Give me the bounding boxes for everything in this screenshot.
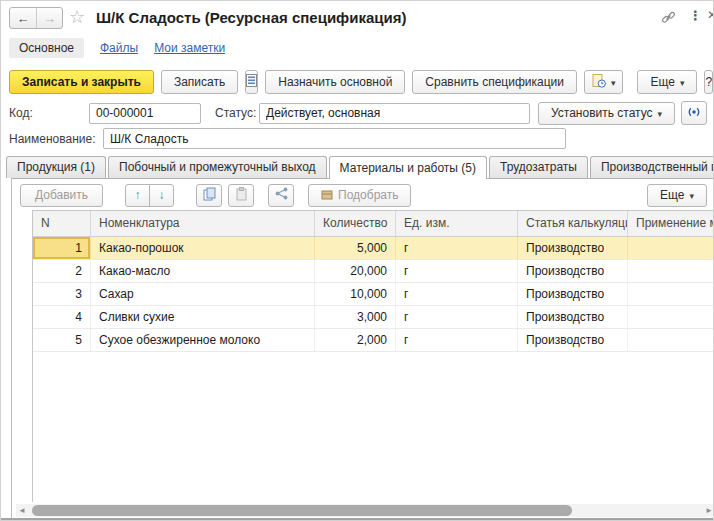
back-icon[interactable]: ← bbox=[10, 8, 36, 28]
grid-more-label: Еще bbox=[660, 188, 684, 202]
cell-unit[interactable]: г bbox=[396, 283, 518, 305]
move-buttons-group: ↑ ↓ bbox=[125, 184, 174, 207]
cell-nomenclature[interactable]: Сухое обезжиренное молоко bbox=[91, 329, 315, 351]
cell-cost-item[interactable]: Производство bbox=[518, 283, 628, 305]
cell-quantity[interactable]: 2,000 bbox=[315, 329, 396, 351]
table-row[interactable]: 4 Сливки сухие 3,000 г Производство bbox=[33, 306, 714, 329]
cell-application[interactable] bbox=[628, 306, 714, 328]
column-header-n[interactable]: N bbox=[33, 211, 91, 236]
grid-toolbar: Добавить ↑ ↓ bbox=[20, 183, 707, 207]
cell-unit[interactable]: г bbox=[396, 237, 518, 259]
pick-box-icon bbox=[321, 188, 333, 203]
link-icon[interactable] bbox=[661, 10, 676, 28]
status-broadcast-button[interactable] bbox=[681, 101, 707, 125]
cell-cost-item[interactable]: Производство bbox=[518, 329, 628, 351]
cell-quantity[interactable]: 3,000 bbox=[315, 306, 396, 328]
dropdown-caret-icon bbox=[611, 75, 616, 89]
page-title: Ш/К Сладость (Ресурсная спецификация) bbox=[96, 9, 407, 26]
window-bottom-edge bbox=[1, 518, 713, 520]
report-icon bbox=[246, 74, 257, 90]
favorites-star-icon[interactable]: ☆ bbox=[69, 7, 85, 27]
nav-item-files[interactable]: Файлы bbox=[100, 41, 138, 55]
cell-nomenclature[interactable]: Сливки сухие bbox=[91, 306, 315, 328]
copy-button[interactable] bbox=[196, 184, 222, 207]
cell-cost-item[interactable]: Производство bbox=[518, 260, 628, 282]
cell-n[interactable]: 2 bbox=[33, 260, 91, 282]
cell-n[interactable]: 1 bbox=[33, 237, 91, 259]
nav-item-notes[interactable]: Мои заметки bbox=[154, 41, 225, 55]
cell-unit[interactable]: г bbox=[396, 329, 518, 351]
name-field[interactable] bbox=[103, 128, 566, 149]
table-row[interactable]: 5 Сухое обезжиренное молоко 2,000 г Прои… bbox=[33, 329, 714, 352]
scrollbar-thumb[interactable] bbox=[32, 505, 572, 516]
cell-application[interactable] bbox=[628, 260, 714, 282]
status-field[interactable] bbox=[259, 103, 530, 124]
table-header-row: N Номенклатура Количество Ед. изм. Стать… bbox=[33, 211, 714, 237]
horizontal-scrollbar[interactable]: ◄ ► bbox=[16, 504, 714, 517]
cell-nomenclature[interactable]: Сахар bbox=[91, 283, 315, 305]
tab-process[interactable]: Производственный процесс bbox=[590, 156, 714, 178]
pick-button[interactable]: Подобрать bbox=[308, 184, 411, 207]
materials-panel: Добавить ↑ ↓ bbox=[11, 178, 714, 519]
paste-button[interactable] bbox=[228, 184, 254, 207]
cell-unit[interactable]: г bbox=[396, 260, 518, 282]
cell-application[interactable] bbox=[628, 283, 714, 305]
table-row[interactable]: 1 Какао-порошок 5,000 г Производство bbox=[33, 237, 714, 260]
column-header-nomenclature[interactable]: Номенклатура bbox=[91, 211, 315, 236]
dropdown-caret-icon bbox=[680, 75, 685, 89]
scroll-left-icon[interactable]: ◄ bbox=[16, 504, 28, 517]
tab-labor[interactable]: Трудозатраты bbox=[489, 156, 588, 178]
column-header-application[interactable]: Применение мат bbox=[628, 211, 714, 236]
cell-unit[interactable]: г bbox=[396, 306, 518, 328]
cell-nomenclature[interactable]: Какао-порошок bbox=[91, 237, 315, 259]
column-header-quantity[interactable]: Количество bbox=[315, 211, 396, 236]
cell-quantity[interactable]: 10,000 bbox=[315, 283, 396, 305]
scroll-right-icon[interactable]: ► bbox=[703, 504, 714, 517]
share-button[interactable] bbox=[268, 184, 294, 207]
cell-quantity[interactable]: 5,000 bbox=[315, 237, 396, 259]
tab-production[interactable]: Продукция (1) bbox=[6, 156, 106, 178]
cell-n[interactable]: 4 bbox=[33, 306, 91, 328]
cell-n[interactable]: 3 bbox=[33, 283, 91, 305]
more-button-label: Еще bbox=[650, 75, 674, 89]
forward-icon[interactable]: → bbox=[36, 8, 62, 28]
cell-cost-item[interactable]: Производство bbox=[518, 237, 628, 259]
copy-icon bbox=[203, 187, 216, 204]
move-up-button[interactable]: ↑ bbox=[125, 184, 150, 207]
assign-primary-button[interactable]: Назначить основной bbox=[265, 70, 405, 94]
column-header-unit[interactable]: Ед. изм. bbox=[396, 211, 518, 236]
move-down-button[interactable]: ↓ bbox=[149, 184, 174, 207]
code-status-row: Код: Статус: Установить статус bbox=[9, 101, 714, 125]
cell-quantity[interactable]: 20,000 bbox=[315, 260, 396, 282]
cell-application[interactable] bbox=[628, 329, 714, 351]
create-based-on-button[interactable] bbox=[584, 70, 624, 94]
table-row[interactable]: 3 Сахар 10,000 г Производство bbox=[33, 283, 714, 306]
tab-materials[interactable]: Материалы и работы (5) bbox=[329, 156, 487, 179]
kebab-menu-icon[interactable]: ⋮ bbox=[689, 8, 702, 23]
add-row-button[interactable]: Добавить bbox=[20, 184, 103, 207]
dropdown-caret-icon bbox=[658, 106, 663, 120]
nav-item-main[interactable]: Основное bbox=[9, 38, 84, 58]
tab-byproducts[interactable]: Побочный и промежуточный выход bbox=[108, 156, 327, 178]
save-button[interactable]: Записать bbox=[161, 70, 238, 94]
cell-nomenclature[interactable]: Какао-масло bbox=[91, 260, 315, 282]
status-label: Статус: bbox=[215, 106, 259, 120]
save-and-close-button[interactable]: Записать и закрыть bbox=[9, 70, 154, 94]
main-toolbar: Записать и закрыть Записать Назначить ос… bbox=[9, 70, 707, 94]
grid-more-button[interactable]: Еще bbox=[647, 184, 707, 207]
nav-links-row: Основное Файлы Мои заметки bbox=[9, 37, 225, 59]
code-field[interactable] bbox=[89, 103, 201, 124]
cell-n[interactable]: 5 bbox=[33, 329, 91, 351]
compare-specs-button[interactable]: Сравнить спецификации bbox=[412, 70, 577, 94]
help-button[interactable]: ? bbox=[704, 70, 713, 94]
share-icon bbox=[275, 187, 288, 203]
move-up-icon: ↑ bbox=[135, 188, 141, 202]
cell-application[interactable] bbox=[628, 237, 714, 259]
column-header-cost-item[interactable]: Статья калькуляции bbox=[518, 211, 628, 236]
set-status-button[interactable]: Установить статус bbox=[538, 102, 675, 125]
table-row[interactable]: 2 Какао-масло 20,000 г Производство bbox=[33, 260, 714, 283]
report-structure-button[interactable] bbox=[245, 70, 258, 94]
cell-cost-item[interactable]: Производство bbox=[518, 306, 628, 328]
close-icon[interactable]: ✕ bbox=[707, 8, 714, 22]
more-button[interactable]: Еще bbox=[637, 70, 697, 94]
